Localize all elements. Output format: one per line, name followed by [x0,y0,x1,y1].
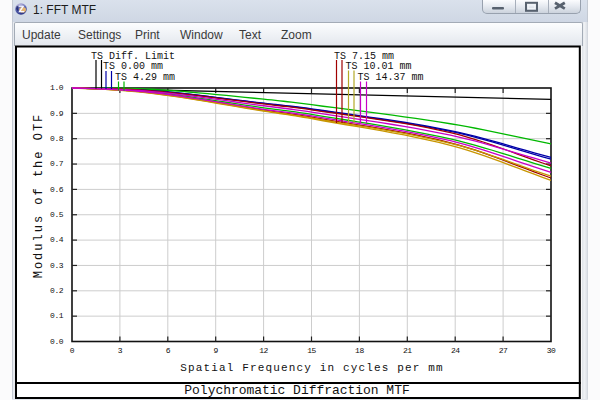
svg-text:1.0: 1.0 [50,83,64,92]
svg-text:15: 15 [307,346,316,355]
svg-text:Polychromatic Diffraction MTF: Polychromatic Diffraction MTF [184,383,409,398]
svg-text:Spatial Frequency in cycles pe: Spatial Frequency in cycles per mm [180,362,444,374]
svg-text:TS 10.01 mm: TS 10.01 mm [346,61,412,72]
svg-text:TS Diff. Limit: TS Diff. Limit [91,51,175,62]
svg-text:6: 6 [166,346,171,355]
svg-text:TS 14.37 mm: TS 14.37 mm [358,72,424,83]
svg-text:0.8: 0.8 [50,134,64,143]
svg-text:0.4: 0.4 [50,235,64,244]
svg-text:0.1: 0.1 [50,311,64,320]
svg-text:27: 27 [499,346,508,355]
svg-text:0: 0 [70,346,75,355]
svg-text:3: 3 [118,346,123,355]
svg-text:TS 0.00 mm: TS 0.00 mm [103,61,163,72]
svg-text:9: 9 [214,346,219,355]
svg-text:0.7: 0.7 [50,159,64,168]
svg-text:24: 24 [451,346,460,355]
svg-text:0.5: 0.5 [50,210,64,219]
svg-text:12: 12 [259,346,268,355]
svg-text:0.2: 0.2 [50,286,64,295]
svg-text:TS 7.15 mm: TS 7.15 mm [334,51,394,62]
svg-text:30: 30 [547,346,556,355]
svg-text:0.6: 0.6 [50,185,64,194]
svg-text:21: 21 [403,346,412,355]
svg-text:18: 18 [355,346,364,355]
svg-text:0.0: 0.0 [50,337,64,346]
svg-text:0.9: 0.9 [50,109,64,118]
svg-text:0.3: 0.3 [50,261,64,270]
svg-text:Modulus of the OTF: Modulus of the OTF [32,113,46,279]
svg-text:TS 4.29 mm: TS 4.29 mm [115,72,175,83]
